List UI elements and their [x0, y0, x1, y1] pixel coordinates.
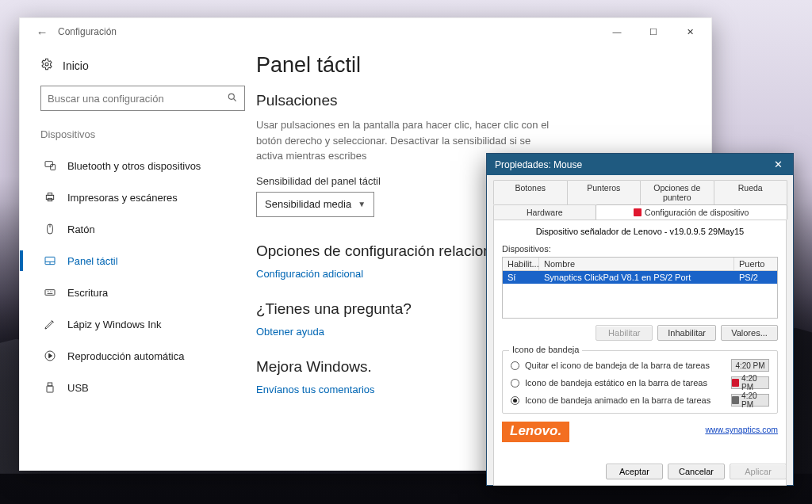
col-port: Puerto — [734, 258, 777, 270]
radio-animated-tray[interactable]: Icono de bandeja animado en la barra de … — [511, 394, 769, 407]
sidebar-item-label: Impresoras y escáneres — [67, 192, 178, 204]
minimize-button[interactable]: — — [599, 20, 635, 44]
svg-rect-11 — [48, 383, 52, 386]
sidebar-item-bluetooth[interactable]: Bluetooth y otros dispositivos — [20, 150, 248, 181]
cancel-button[interactable]: Cancelar — [668, 464, 725, 479]
tray-icon-group: Icono de bandeja Quitar el icono de band… — [502, 350, 778, 414]
dialog-button-bar: Aceptar Cancelar Aplicar — [606, 464, 787, 479]
settings-titlebar: ← Configuración — ☐ ✕ — [20, 18, 711, 45]
bluetooth-icon — [44, 159, 56, 172]
col-name: Nombre — [539, 258, 734, 270]
close-button[interactable]: ✕ — [672, 20, 708, 44]
touchpad-icon — [44, 254, 56, 267]
page-title: Panel táctil — [256, 53, 692, 78]
sidebar-nav: Bluetooth y otros dispositivos Impresora… — [20, 150, 242, 403]
usb-icon — [44, 381, 56, 394]
sidebar-item-label: Panel táctil — [67, 255, 118, 267]
sidebar-item-autoplay[interactable]: Reproducción automática — [20, 340, 248, 372]
radio-static-tray[interactable]: Icono de bandeja estático en la barra de… — [511, 376, 769, 389]
dialog-tabs: Botones Punteros Opciones de puntero Rue… — [493, 180, 787, 220]
printer-icon — [44, 191, 56, 204]
disable-button[interactable]: Inhabilitar — [657, 325, 716, 341]
window-title: Configuración — [53, 26, 599, 37]
back-button[interactable]: ← — [31, 25, 53, 39]
lenovo-logo: Lenovo. — [502, 422, 569, 442]
dialog-body: Botones Punteros Opciones de puntero Rue… — [487, 175, 793, 491]
tab-hardware[interactable]: Hardware — [493, 204, 596, 220]
maximize-button[interactable]: ☐ — [635, 20, 672, 44]
sensitivity-combo[interactable]: Sensibilidad media ▼ — [256, 192, 374, 217]
synaptics-icon — [634, 208, 642, 216]
ok-button[interactable]: Aceptar — [606, 464, 663, 479]
synaptics-link[interactable]: www.synaptics.com — [705, 425, 778, 434]
tray-preview-static: 4:20 PM — [731, 376, 769, 389]
dialog-title: Propiedades: Mouse — [495, 159, 763, 170]
svg-rect-4 — [46, 195, 53, 199]
cell-name: Synaptics ClickPad V8.1 en PS/2 Port — [539, 271, 734, 284]
col-enabled: Habilit... — [503, 258, 539, 270]
pen-icon — [44, 318, 56, 330]
sidebar-item-label: USB — [67, 382, 89, 394]
autoplay-icon — [44, 349, 56, 362]
svg-rect-12 — [47, 386, 53, 392]
mouse-properties-dialog: Propiedades: Mouse ✕ Botones Punteros Op… — [486, 153, 794, 486]
table-row[interactable]: Sí Synaptics ClickPad V8.1 en PS/2 Port … — [503, 271, 777, 284]
tab-pointers[interactable]: Punteros — [567, 180, 642, 204]
section-taps: Pulsaciones — [256, 92, 692, 109]
chevron-down-icon: ▼ — [358, 200, 366, 208]
sidebar-item-label: Reproducción automática — [67, 350, 184, 362]
sidebar-item-printers[interactable]: Impresoras y escáneres — [20, 181, 248, 213]
dialog-titlebar: Propiedades: Mouse ✕ — [487, 154, 793, 175]
tab-pointer-options[interactable]: Opciones de puntero — [640, 180, 714, 204]
synaptics-icon — [732, 379, 739, 387]
touchpad-icon — [732, 396, 739, 404]
svg-point-0 — [45, 63, 48, 66]
search-input[interactable]: Buscar una configuración — [40, 86, 245, 111]
tab-buttons[interactable]: Botones — [493, 180, 568, 204]
tray-preview-animated: 4:20 PM — [731, 394, 769, 407]
dialog-close-button[interactable]: ✕ — [763, 154, 793, 175]
svg-rect-5 — [48, 193, 52, 196]
gear-icon — [40, 58, 53, 73]
tab-page: Dispositivo señalador de Lenovo - v19.0.… — [493, 220, 787, 486]
home-label: Inicio — [63, 59, 89, 72]
tray-preview-none: 4:20 PM — [731, 359, 769, 372]
svg-rect-9 — [45, 290, 55, 296]
sidebar-item-label: Bluetooth y otros dispositivos — [67, 160, 201, 172]
cell-enabled: Sí — [503, 271, 539, 284]
device-driver-title: Dispositivo señalador de Lenovo - v19.0.… — [502, 227, 778, 236]
tab-device-config-label: Configuración de dispositivo — [645, 208, 749, 217]
apply-button[interactable]: Aplicar — [730, 464, 787, 479]
sidebar-item-label: Lápiz y Windows Ink — [67, 319, 162, 330]
svg-rect-2 — [45, 162, 52, 167]
enable-button[interactable]: Habilitar — [596, 325, 653, 341]
sidebar-item-touchpad[interactable]: Panel táctil — [20, 245, 248, 277]
radio-icon — [511, 396, 519, 405]
cell-port: PS/2 — [734, 271, 777, 284]
tray-legend: Icono de bandeja — [509, 345, 582, 354]
svg-point-1 — [228, 94, 234, 99]
radio-icon — [511, 361, 519, 370]
home-nav[interactable]: Inicio — [40, 55, 242, 86]
search-placeholder: Buscar una configuración — [48, 93, 227, 105]
sidebar-item-mouse[interactable]: Ratón — [20, 213, 248, 245]
tab-wheel[interactable]: Rueda — [714, 180, 788, 204]
radio-label: Icono de bandeja estático en la barra de… — [525, 378, 726, 388]
radio-label: Icono de bandeja animado en la barra de … — [525, 395, 726, 405]
sensitivity-value: Sensibilidad media — [265, 198, 351, 210]
sidebar-item-label: Ratón — [67, 223, 95, 235]
table-header: Habilit... Nombre Puerto — [503, 258, 777, 271]
devices-table[interactable]: Habilit... Nombre Puerto Sí Synaptics Cl… — [502, 257, 778, 319]
settings-sidebar: Inicio Buscar una configuración Disposit… — [20, 45, 251, 470]
mouse-icon — [44, 223, 56, 235]
radio-remove-tray[interactable]: Quitar el icono de bandeja de la barra d… — [511, 359, 769, 372]
values-button[interactable]: Valores... — [721, 325, 778, 341]
tab-device-config[interactable]: Configuración de dispositivo — [596, 204, 788, 220]
sidebar-group-label: Dispositivos — [40, 128, 242, 140]
sidebar-item-usb[interactable]: USB — [20, 372, 248, 403]
radio-icon — [511, 379, 519, 388]
devices-label: Dispositivos: — [502, 244, 778, 254]
keyboard-icon — [44, 286, 56, 299]
sidebar-item-pen[interactable]: Lápiz y Windows Ink — [20, 308, 248, 340]
sidebar-item-typing[interactable]: Escritura — [20, 277, 248, 308]
